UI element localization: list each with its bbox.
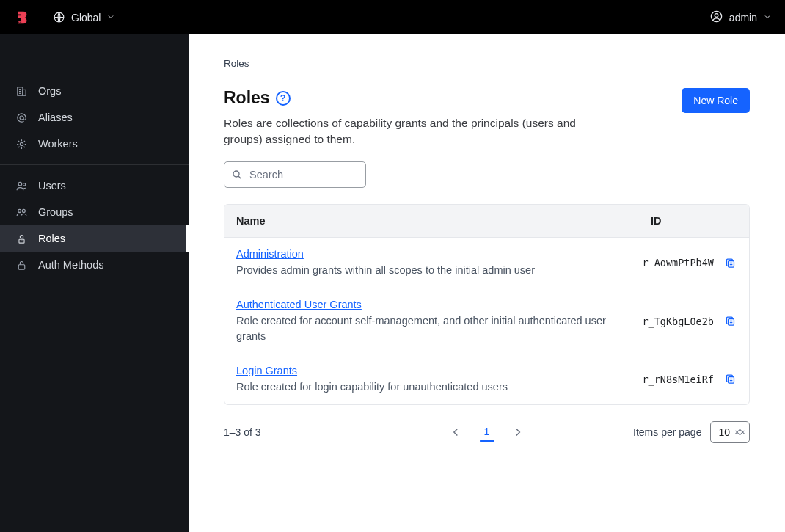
svg-rect-19 [18,264,25,269]
sidebar-item-aliases[interactable]: Aliases [0,104,189,131]
chevron-down-icon [106,12,115,23]
globe-icon [53,11,65,23]
sidebar-item-label: Groups [38,206,73,218]
role-icon [15,232,28,245]
next-page-button[interactable] [511,426,525,439]
role-link[interactable]: Administration [236,248,304,260]
sidebar: Orgs Aliases Workers Users Groups [0,34,189,532]
svg-point-15 [22,209,25,212]
search-input[interactable] [224,161,366,188]
pager-range: 1–3 of 3 [224,426,261,438]
page-number[interactable]: 1 [480,423,494,442]
sidebar-item-label: Workers [38,138,78,150]
lock-icon [15,258,28,272]
roles-table: Name ID Administration Provides admin gr… [224,204,750,405]
group-icon [15,205,28,219]
brand-logo [13,9,31,26]
org-icon [15,84,28,98]
worker-icon [15,137,28,150]
col-name-header: Name [224,205,639,237]
svg-rect-1 [20,21,21,23]
table-row: Administration Provides admin grants wit… [224,238,749,288]
copy-id-button[interactable] [723,255,737,270]
table-row: Login Grants Role created for login capa… [224,354,749,404]
topbar: Global admin [0,0,785,34]
page-title: Roles [224,88,270,108]
user-icon [709,10,723,26]
role-id: r_rN8sM1eiRf [617,374,714,385]
items-per-page-select[interactable]: 10 [710,421,750,443]
sidebar-item-label: Users [38,180,66,192]
user-label: admin [729,12,757,23]
svg-point-14 [18,209,21,212]
page-subtitle: Roles are collections of capability gran… [224,115,605,148]
table-header: Name ID [224,205,749,238]
at-icon [15,111,28,124]
sidebar-item-label: Orgs [38,85,61,97]
role-link[interactable]: Login Grants [236,365,297,376]
breadcrumb: Roles [224,58,750,69]
role-description: Provides admin grants within all scopes … [236,263,608,277]
user-menu[interactable]: admin [709,10,772,26]
items-per-page-value: 10 [718,426,730,438]
svg-point-20 [233,171,239,177]
help-icon[interactable]: ? [276,91,291,106]
svg-point-13 [23,183,25,185]
copy-id-button[interactable] [723,314,737,329]
sidebar-item-orgs[interactable]: Orgs [0,78,189,104]
col-id-header: ID [639,205,749,237]
svg-point-11 [20,142,23,145]
chevron-down-icon [763,12,772,23]
svg-line-21 [238,176,241,178]
table-row: Authenticated User Grants Role created f… [224,288,749,354]
scope-label: Global [71,12,101,23]
svg-point-4 [715,13,718,17]
role-id: r_AowmPtPb4W [617,257,714,269]
sidebar-item-label: Aliases [38,112,73,123]
sidebar-item-roles[interactable]: Roles [0,225,189,252]
sidebar-item-label: Auth Methods [38,259,103,271]
svg-point-16 [20,235,23,238]
svg-point-12 [18,182,22,186]
sidebar-item-users[interactable]: Users [0,172,189,199]
svg-rect-6 [22,90,25,95]
main-content: Roles Roles ? Roles are collections of c… [189,34,785,532]
items-per-page-label: Items per page [633,426,701,438]
role-description: Role created for login capability for un… [236,379,608,394]
sidebar-item-auth-methods[interactable]: Auth Methods [0,252,189,278]
svg-rect-28 [728,377,734,384]
prev-page-button[interactable] [449,426,462,439]
search-icon [231,169,243,181]
scope-selector[interactable]: Global [53,11,115,23]
role-link[interactable]: Authenticated User Grants [236,299,362,310]
svg-point-10 [20,116,23,120]
sidebar-item-groups[interactable]: Groups [0,199,189,225]
new-role-button[interactable]: New Role [682,88,750,113]
sidebar-item-label: Roles [38,233,65,244]
role-id: r_TgKbgLOe2b [617,316,714,327]
svg-rect-25 [728,319,734,326]
svg-rect-22 [728,260,734,267]
sidebar-item-workers[interactable]: Workers [0,131,189,157]
role-description: Role created for account self-management… [236,313,608,343]
copy-id-button[interactable] [723,372,737,387]
users-icon [15,179,28,192]
svg-rect-0 [18,21,20,23]
